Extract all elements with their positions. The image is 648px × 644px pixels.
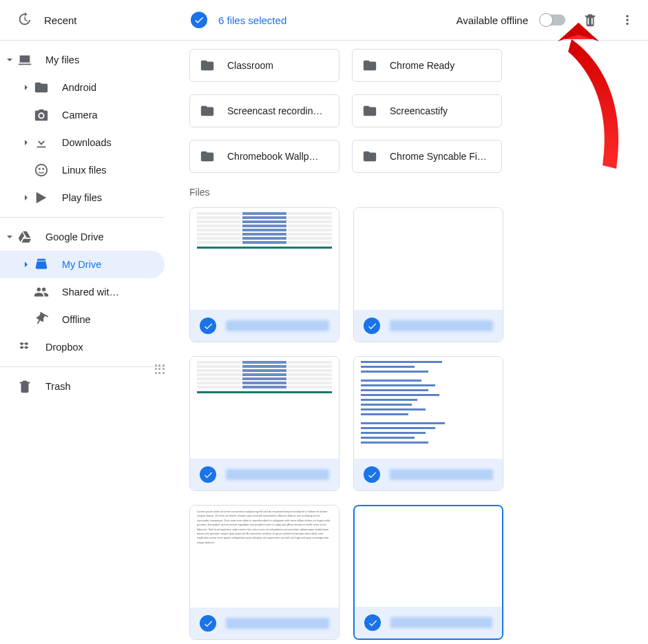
file-card[interactable] (353, 356, 503, 491)
google-drive-icon (17, 229, 33, 245)
folder-icon (200, 103, 215, 118)
shared-icon (33, 284, 50, 300)
file-name-redacted (390, 320, 493, 331)
file-card[interactable] (353, 207, 503, 342)
file-card[interactable] (353, 505, 503, 640)
sidebar-item-my-drive[interactable]: My Drive (0, 251, 165, 278)
folder-label: Chromebook Wallp… (227, 151, 319, 162)
svg-point-2 (42, 168, 44, 170)
file-thumbnail: Lorem ipsum dolor sit amet consectetur a… (190, 506, 339, 607)
folder-label: Chrome Ready (390, 60, 454, 71)
dropbox-icon (17, 339, 33, 355)
chevron-right-icon[interactable] (19, 191, 33, 205)
delete-button[interactable] (578, 8, 603, 32)
folder-item[interactable]: Chromebook Wallp… (189, 140, 339, 173)
selected-check-icon[interactable] (200, 615, 216, 632)
trash-icon (17, 378, 33, 395)
more-options-button[interactable] (615, 8, 640, 32)
sidebar-item-label: My files (45, 54, 79, 65)
folder-icon (200, 58, 215, 73)
sidebar-item-google-drive[interactable]: Google Drive (0, 223, 165, 251)
camera-icon (33, 107, 50, 123)
selected-check-icon[interactable] (200, 466, 216, 483)
selection-count-label: 6 files selected (218, 14, 286, 26)
folder-icon (362, 149, 377, 164)
folder-label: Screencast recordin… (227, 105, 323, 116)
drag-handle-icon[interactable] (155, 364, 165, 374)
folders-grid: Classroom Chrome Ready Screencast record… (189, 49, 634, 173)
selected-check-icon[interactable] (200, 318, 216, 334)
sidebar-item-trash[interactable]: Trash (0, 373, 165, 400)
folder-icon (200, 149, 215, 164)
folder-item[interactable]: Screencast recordin… (189, 94, 339, 127)
selected-check-icon[interactable] (364, 614, 381, 631)
available-offline-toggle[interactable] (541, 14, 565, 25)
selected-check-icon[interactable] (364, 466, 380, 483)
sidebar-item-linux[interactable]: Linux files (0, 156, 165, 184)
sidebar-item-label: My Drive (62, 259, 101, 270)
folder-item[interactable]: Screencastify (352, 94, 502, 127)
file-card[interactable]: Lorem ipsum dolor sit amet consectetur a… (189, 505, 339, 640)
folder-icon (362, 58, 377, 73)
play-store-icon (33, 189, 50, 206)
my-drive-icon (33, 256, 50, 273)
file-card[interactable] (189, 356, 339, 491)
sidebar-item-play-files[interactable]: Play files (0, 184, 165, 211)
svg-point-0 (36, 165, 48, 176)
sidebar-item-label: Play files (62, 192, 102, 203)
sidebar-item-label: Offline (62, 314, 91, 325)
sidebar-divider (0, 366, 165, 367)
folder-label: Screencastify (390, 105, 448, 116)
selection-toolbar: Recent 6 files selected Available offlin… (0, 0, 648, 40)
folder-item[interactable]: Chrome Syncable Fi… (352, 140, 502, 173)
file-thumbnail (190, 208, 339, 310)
file-name-redacted (226, 618, 329, 629)
file-card[interactable] (189, 207, 339, 342)
sidebar-item-downloads[interactable]: Downloads (0, 129, 165, 156)
sidebar-item-camera[interactable]: Camera (0, 101, 165, 129)
sidebar-item-label: Camera (62, 110, 98, 121)
available-offline-label: Available offline (456, 14, 528, 26)
sidebar-item-my-files[interactable]: My files (0, 46, 165, 74)
file-name-redacted (390, 617, 492, 628)
recent-icon (17, 12, 32, 29)
folder-item[interactable]: Chrome Ready (352, 49, 502, 82)
selection-check-icon[interactable] (191, 12, 207, 28)
recent-label[interactable]: Recent (44, 14, 77, 26)
chevron-right-icon[interactable] (19, 81, 33, 94)
file-thumbnail (354, 208, 503, 310)
files-grid: Lorem ipsum dolor sit amet consectetur a… (189, 207, 634, 640)
linux-icon (33, 162, 50, 178)
sidebar-item-dropbox[interactable]: Dropbox (0, 333, 165, 361)
folder-icon (362, 103, 377, 118)
folder-item[interactable]: Classroom (189, 49, 339, 82)
file-thumbnail (190, 357, 339, 459)
sidebar-item-label: Shared wit… (62, 287, 119, 298)
file-thumbnail (354, 357, 503, 459)
sidebar-item-label: Android (62, 82, 96, 93)
file-name-redacted (390, 469, 493, 480)
sidebar-item-label: Linux files (62, 165, 106, 176)
sidebar-item-label: Downloads (62, 137, 112, 148)
pin-icon (33, 311, 50, 328)
navigation-sidebar: My files Android Camera Downloads Linux (0, 41, 169, 406)
laptop-icon (17, 52, 33, 68)
chevron-right-icon[interactable] (19, 258, 33, 271)
file-name-redacted (226, 320, 329, 331)
sidebar-item-android[interactable]: Android (0, 74, 165, 101)
sidebar-item-label: Trash (45, 381, 71, 392)
file-thumbnail (355, 506, 502, 607)
sidebar-item-label: Dropbox (45, 342, 83, 353)
sidebar-item-label: Google Drive (45, 231, 104, 242)
chevron-down-icon[interactable] (3, 53, 17, 67)
chevron-down-icon[interactable] (3, 230, 17, 244)
download-icon (33, 134, 50, 151)
selected-check-icon[interactable] (364, 318, 380, 334)
sidebar-item-shared[interactable]: Shared wit… (0, 278, 165, 306)
sidebar-divider (0, 217, 165, 218)
content-area: Classroom Chrome Ready Screencast record… (169, 41, 648, 644)
files-section-heading: Files (189, 187, 634, 198)
folder-icon (33, 79, 50, 96)
chevron-right-icon[interactable] (19, 136, 33, 149)
sidebar-item-offline[interactable]: Offline (0, 306, 165, 333)
